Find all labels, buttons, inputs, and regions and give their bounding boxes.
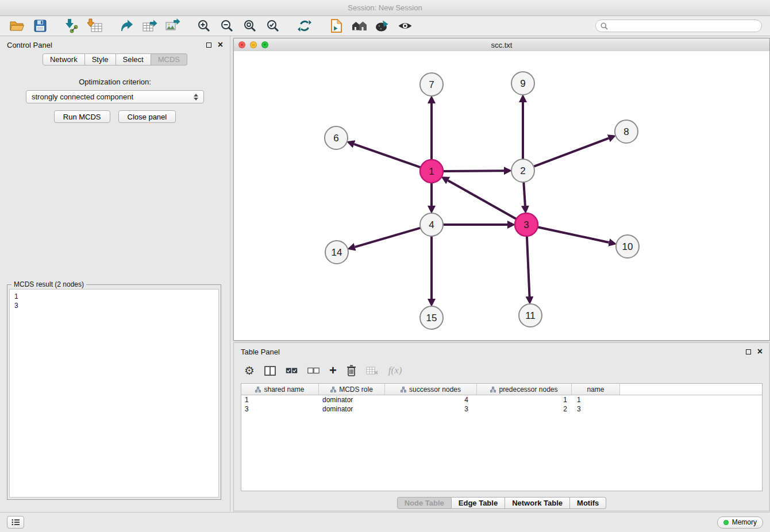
column-header-predecessor-nodes[interactable]: predecessor nodes <box>477 384 572 395</box>
add-column-button[interactable]: + <box>329 363 337 379</box>
graph-edge-3-1[interactable] <box>448 180 517 219</box>
select-all-rows-button[interactable] <box>286 363 298 379</box>
export-image-button[interactable] <box>161 17 184 34</box>
refresh-layout-button[interactable] <box>293 17 316 34</box>
cell-name[interactable]: 3 <box>572 404 620 414</box>
control-panel-float-button[interactable] <box>206 43 211 48</box>
import-table-button[interactable] <box>83 17 106 34</box>
style-brush-button[interactable] <box>371 17 394 34</box>
network-file-button[interactable] <box>325 17 348 34</box>
zoom-in-button[interactable] <box>192 17 215 34</box>
close-panel-button[interactable]: Close panel <box>118 110 176 123</box>
tab-select[interactable]: Select <box>116 53 151 65</box>
save-session-button[interactable] <box>29 17 52 34</box>
optimization-criterion-select[interactable]: strongly connected component <box>26 90 204 103</box>
tab-network-table[interactable]: Network Table <box>505 497 570 509</box>
control-panel-close-button[interactable]: × <box>218 41 223 48</box>
cell-name[interactable]: 1 <box>572 395 620 404</box>
function-builder-button[interactable]: f(x) <box>388 363 402 379</box>
houses-button[interactable] <box>348 17 371 34</box>
graph-edge-3-11[interactable] <box>527 236 530 296</box>
table-settings-button[interactable]: ⚙ <box>244 363 255 379</box>
column-header-shared-name[interactable]: shared name <box>241 384 319 395</box>
graph-node-label-15: 15 <box>426 313 437 323</box>
tab-node-table[interactable]: Node Table <box>397 497 452 509</box>
cell-predecessor-nodes[interactable]: 2 <box>477 404 572 414</box>
tab-motifs[interactable]: Motifs <box>570 497 606 509</box>
checked-boxes-icon <box>286 367 298 374</box>
graph-node-label-11: 11 <box>525 310 536 321</box>
graph-edge-4-14[interactable] <box>355 228 421 247</box>
graph-edge-2-8[interactable] <box>534 138 609 167</box>
graph-edge-3-10[interactable] <box>538 227 609 242</box>
tab-edge-table[interactable]: Edge Table <box>452 497 505 509</box>
zoom-in-icon <box>197 19 211 33</box>
import-network-icon <box>64 18 79 33</box>
export-table-button[interactable] <box>138 17 161 34</box>
table-panel-float-button[interactable] <box>746 349 751 354</box>
import-table-icon <box>87 18 103 33</box>
task-history-button[interactable] <box>7 516 24 529</box>
table-row[interactable]: 3 dominator 3 2 3 <box>241 404 762 414</box>
run-mcds-button[interactable]: Run MCDS <box>54 110 110 123</box>
optimization-criterion-value: strongly connected component <box>32 92 133 101</box>
graph-node-label-9: 9 <box>520 78 525 89</box>
network-graph[interactable]: 7968124314101511 <box>234 51 769 340</box>
cell-successor-nodes[interactable]: 4 <box>385 395 477 404</box>
tab-network[interactable]: Network <box>43 53 85 65</box>
eye-button[interactable] <box>394 17 417 34</box>
window-minimize-button[interactable]: − <box>250 41 257 48</box>
houses-icon <box>352 20 367 32</box>
delete-column-button[interactable] <box>346 363 356 379</box>
zoom-selected-button[interactable] <box>261 17 284 34</box>
graph-node-label-3: 3 <box>523 219 529 230</box>
column-header-successor-nodes[interactable]: successor nodes <box>385 384 477 395</box>
memory-status-dot-icon <box>723 520 729 525</box>
table-row[interactable]: 1 dominator 4 1 1 <box>241 395 762 404</box>
tab-mcds[interactable]: MCDS <box>151 53 187 65</box>
select-stepper-icon <box>194 94 198 101</box>
tab-style[interactable]: Style <box>85 53 116 65</box>
network-canvas[interactable]: 7968124314101511 <box>234 51 769 340</box>
table-panel-title: Table Panel <box>241 348 280 356</box>
document-share-icon <box>329 18 343 33</box>
control-panel-title: Control Panel <box>7 41 52 49</box>
open-session-button[interactable] <box>6 17 29 34</box>
graph-edge-2-3[interactable] <box>523 182 525 206</box>
cell-successor-nodes[interactable]: 3 <box>385 404 477 414</box>
zoom-fit-button[interactable] <box>238 17 261 34</box>
column-header-name[interactable]: name <box>572 384 620 395</box>
window-close-button[interactable]: × <box>238 41 245 48</box>
table-panel-close-button[interactable]: × <box>757 348 763 355</box>
delete-table-button[interactable] <box>366 363 379 379</box>
cell-shared-name[interactable]: 1 <box>241 395 319 404</box>
app-titlebar: Session: New Session <box>0 0 770 16</box>
cell-shared-name[interactable]: 3 <box>241 404 319 414</box>
zoom-out-button[interactable] <box>215 17 238 34</box>
show-columns-button[interactable] <box>264 363 276 379</box>
graph-node-label-2: 2 <box>520 165 525 176</box>
window-maximize-button[interactable]: + <box>261 41 268 48</box>
zoom-fit-icon <box>243 19 257 33</box>
column-type-icon <box>401 387 406 392</box>
cell-predecessor-nodes[interactable]: 1 <box>477 395 572 404</box>
graph-edge-1-2[interactable] <box>443 171 504 171</box>
export-table-icon <box>142 18 157 33</box>
column-type-icon <box>490 387 496 392</box>
graph-edge-1-6[interactable] <box>354 144 421 168</box>
cell-mcds-role[interactable]: dominator <box>319 395 385 404</box>
network-window: × − + scc.txt 7968124314101511 <box>233 38 770 341</box>
column-header-mcds-role[interactable]: MCDS role <box>319 384 385 395</box>
cell-mcds-role[interactable]: dominator <box>319 404 385 414</box>
memory-button[interactable]: Memory <box>717 516 763 529</box>
network-window-titlebar[interactable]: × − + scc.txt <box>234 38 769 52</box>
plus-icon: + <box>329 365 337 376</box>
search-input[interactable] <box>611 21 757 30</box>
mcds-result-list[interactable]: 1 3 <box>9 289 219 498</box>
export-network-button[interactable] <box>115 17 138 34</box>
refresh-icon <box>298 19 311 33</box>
eye-icon <box>398 20 413 32</box>
search-box[interactable] <box>595 20 762 32</box>
deselect-all-rows-button[interactable] <box>307 363 319 379</box>
import-network-button[interactable] <box>60 17 83 34</box>
